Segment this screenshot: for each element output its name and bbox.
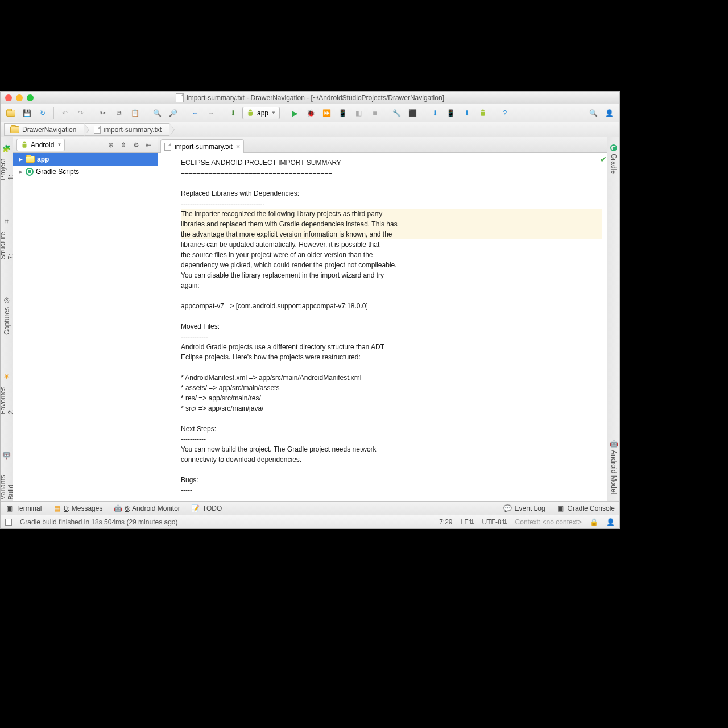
ddms-button[interactable]: ⬇	[428, 106, 442, 120]
sidebar-tools: ⊕ ⇕ ⚙ ⇤	[105, 139, 154, 151]
stop-button[interactable]: ■	[368, 106, 382, 120]
open-button[interactable]	[4, 106, 18, 120]
undo-button[interactable]: ↶	[58, 106, 72, 120]
file-icon	[176, 93, 184, 102]
tree-item-label: Gradle Scripts	[36, 168, 79, 176]
breadcrumb-file[interactable]: import-summary.txt	[84, 123, 169, 136]
status-context[interactable]: Context: <no context>	[515, 518, 582, 526]
editor-line	[181, 362, 602, 373]
settings-gear-button[interactable]: ⚙	[130, 139, 142, 151]
module-selector[interactable]: app ▼	[242, 107, 280, 119]
back-button[interactable]: ←	[188, 106, 202, 120]
editor-line: * AndroidManifest.xml => app/src/main/An…	[181, 373, 602, 383]
android-icon: 🤖	[610, 440, 618, 448]
panel-gradle-console[interactable]: ▣Gradle Console	[557, 504, 615, 512]
window-title-text: import-summary.txt - DrawerNavigation - …	[187, 94, 444, 102]
tool-tab-android-model[interactable]: 🤖Android Model	[608, 438, 619, 495]
file-icon	[94, 126, 101, 134]
paste-button[interactable]: 📋	[128, 106, 142, 120]
module-selector-label: app	[257, 109, 268, 117]
star-icon: ★	[3, 373, 11, 380]
tool-tab-gradle[interactable]: Gradle	[608, 143, 619, 176]
expand-arrow-icon[interactable]: ▶	[18, 156, 23, 162]
project-sidebar: Android ⊕ ⇕ ⚙ ⇤ ▶ app ▶ Gradle	[13, 137, 158, 501]
editor-line	[181, 465, 602, 475]
panel-todo[interactable]: 📝TODO	[192, 504, 222, 512]
status-bar: Gradle build finished in 18s 504ms (29 m…	[1, 515, 619, 528]
project-tree[interactable]: ▶ app ▶ Gradle Scripts	[13, 153, 158, 501]
tool-tab-favorites[interactable]: 2: Favorites★	[1, 371, 16, 416]
editor-line: * src/ => app/src/main/java/	[181, 403, 602, 413]
copy-button[interactable]: ⧉	[112, 106, 126, 120]
forward-button[interactable]: →	[204, 106, 218, 120]
todo-icon: 📝	[192, 504, 200, 512]
profile-button[interactable]: ⏩	[320, 106, 334, 120]
close-tab-button[interactable]: ×	[236, 143, 241, 150]
status-cursor-position[interactable]: 7:29	[439, 518, 452, 526]
editor-line	[181, 311, 602, 321]
project-view-selector[interactable]: Android	[16, 139, 65, 151]
help-button[interactable]: ?	[498, 106, 512, 120]
tree-item-app[interactable]: ▶ app	[13, 153, 158, 166]
editor-line: * assets/ => app/src/main/assets	[181, 383, 602, 393]
hide-button[interactable]: ⇤	[143, 139, 154, 151]
gradle-console-icon: ▣	[557, 504, 565, 512]
editor-line	[181, 413, 602, 424]
scroll-from-source-button[interactable]: ⊕	[105, 139, 117, 151]
replace-button[interactable]: 🔎	[166, 106, 180, 120]
settings-button[interactable]: 👤	[602, 106, 616, 120]
coverage-button[interactable]: ◧	[352, 106, 366, 120]
collapse-all-button[interactable]: ⇕	[118, 139, 129, 151]
save-button[interactable]: 💾	[20, 106, 34, 120]
android-icon	[246, 109, 254, 117]
device-button[interactable]: 📱	[444, 106, 458, 120]
panel-terminal[interactable]: ▣Terminal	[5, 504, 42, 512]
expand-arrow-icon[interactable]: ▶	[18, 169, 23, 175]
window-title: import-summary.txt - DrawerNavigation - …	[1, 93, 619, 102]
tool-tab-build-variants[interactable]: Build Variants🤖	[1, 450, 16, 501]
redo-button[interactable]: ↷	[74, 106, 88, 120]
breadcrumb-root-label: DrawerNavigation	[22, 126, 76, 134]
android-help-button[interactable]	[476, 106, 490, 120]
make-button[interactable]: ⬇	[226, 106, 240, 120]
sync-button[interactable]: ↻	[36, 106, 49, 120]
tool-tab-captures[interactable]: Captures◎	[1, 295, 13, 337]
editor-line: You can disable the library replacement …	[181, 270, 602, 280]
ide-window: import-summary.txt - DrawerNavigation - …	[0, 91, 620, 529]
tool-tab-structure[interactable]: 7: Structure⌗	[1, 216, 16, 261]
find-button[interactable]: 🔍	[150, 106, 164, 120]
run-button[interactable]: ▶	[288, 106, 302, 120]
bottom-panel-bar: ▣Terminal ▤0: Messages 🤖6: Android Monit…	[1, 501, 619, 515]
text-editor[interactable]: ✔ ECLIPSE ANDROID PROJECT IMPORT SUMMARY…	[158, 153, 607, 501]
hector-icon[interactable]: 👤	[606, 518, 615, 526]
tool-tab-project[interactable]: 1: Project🧩	[1, 143, 16, 182]
android-icon	[20, 141, 28, 149]
status-encoding[interactable]: UTF-8⇅	[482, 518, 507, 526]
editor-line: ECLIPSE ANDROID PROJECT IMPORT SUMMARY	[181, 158, 602, 168]
inspection-ok-icon: ✔	[600, 155, 607, 164]
cut-button[interactable]: ✂	[96, 106, 110, 120]
lock-icon[interactable]: 🔒	[590, 518, 598, 526]
editor-line: You can now build the project. The Gradl…	[181, 444, 602, 454]
separator	[92, 107, 92, 119]
sdk-manager-button[interactable]: ⬛	[406, 106, 420, 120]
panel-android-monitor[interactable]: 🤖6: Android Monitor	[114, 504, 180, 512]
editor-line: libraries can be updated automatically. …	[181, 239, 602, 250]
breadcrumb-project[interactable]: DrawerNavigation	[4, 123, 84, 136]
tree-item-gradle-scripts[interactable]: ▶ Gradle Scripts	[13, 166, 158, 178]
avd-manager-button[interactable]: 🔧	[390, 106, 404, 120]
folder-icon	[26, 156, 35, 163]
attach-debugger-button[interactable]: 📱	[336, 106, 350, 120]
panel-messages[interactable]: ▤0: Messages	[53, 504, 102, 512]
debug-button[interactable]: 🐞	[304, 106, 318, 120]
status-indicator-icon[interactable]	[5, 519, 12, 526]
editor-tab-label: import-summary.txt	[175, 143, 233, 151]
main-area: 1: Project🧩 7: Structure⌗ Captures◎ 2: F…	[1, 137, 619, 501]
panel-event-log[interactable]: 💬Event Log	[504, 504, 545, 512]
search-everywhere-button[interactable]: 🔍	[586, 106, 600, 120]
editor-line: dependency we picked, which could render…	[181, 260, 602, 270]
download-button[interactable]: ⬇	[460, 106, 474, 120]
editor-tab-import-summary[interactable]: import-summary.txt ×	[160, 139, 244, 153]
editor-line: Android Gradle projects use a different …	[181, 342, 602, 352]
status-line-separator[interactable]: LF⇅	[461, 518, 474, 526]
